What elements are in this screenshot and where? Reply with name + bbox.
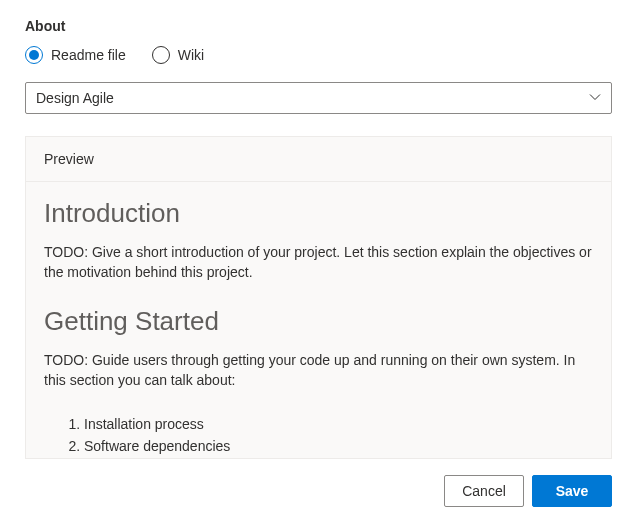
- preview-header: Preview: [26, 137, 611, 182]
- radio-readme-label: Readme file: [51, 47, 126, 63]
- radio-selected-icon: [25, 46, 43, 64]
- about-radio-group: Readme file Wiki: [25, 46, 612, 64]
- radio-unselected-icon: [152, 46, 170, 64]
- preview-header-label: Preview: [44, 151, 94, 167]
- radio-readme[interactable]: Readme file: [25, 46, 126, 64]
- getting-started-heading: Getting Started: [44, 306, 593, 337]
- getting-started-body: TODO: Guide users through getting your c…: [44, 351, 593, 390]
- preview-panel: Preview Introduction TODO: Give a short …: [25, 136, 612, 459]
- intro-heading: Introduction: [44, 198, 593, 229]
- cancel-button[interactable]: Cancel: [444, 475, 524, 507]
- intro-body: TODO: Give a short introduction of your …: [44, 243, 593, 282]
- radio-wiki[interactable]: Wiki: [152, 46, 204, 64]
- radio-wiki-label: Wiki: [178, 47, 204, 63]
- footer-actions: Cancel Save: [0, 461, 637, 521]
- about-label: About: [25, 18, 612, 34]
- list-item: Installation process: [84, 414, 593, 436]
- chevron-down-icon: [589, 90, 601, 106]
- getting-started-list: Installation process Software dependenci…: [44, 414, 593, 457]
- dropdown-selected-value: Design Agile: [36, 90, 114, 106]
- list-item: Software dependencies: [84, 436, 593, 458]
- preview-content: Introduction TODO: Give a short introduc…: [26, 182, 611, 458]
- save-button[interactable]: Save: [532, 475, 612, 507]
- repo-dropdown[interactable]: Design Agile: [25, 82, 612, 114]
